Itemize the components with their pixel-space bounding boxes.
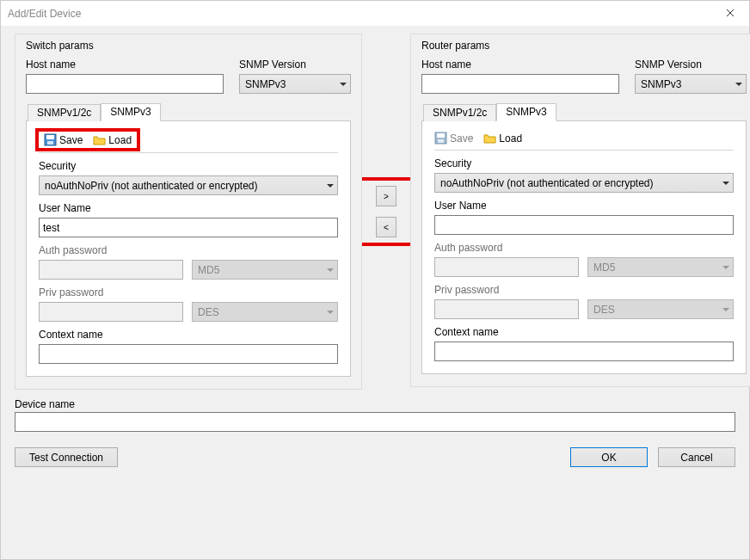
switch-tab-v3[interactable]: SNMPv3 — [101, 103, 160, 121]
chevron-down-icon — [722, 266, 729, 269]
router-tab-v12c[interactable]: SNMPv1/2c — [423, 104, 496, 121]
switch-security-label: Security — [39, 160, 338, 172]
router-context-input[interactable] — [434, 342, 734, 361]
folder-icon — [483, 132, 496, 145]
switch-privalgo-select: DES — [192, 302, 338, 322]
switch-username-input[interactable] — [39, 218, 338, 237]
switch-snmpver-select[interactable]: SNMPv3 — [239, 74, 351, 94]
switch-privpw-label: Priv password — [39, 286, 338, 298]
switch-context-label: Context name — [39, 329, 338, 341]
switch-legend: Switch params — [26, 40, 351, 52]
chevron-down-icon — [722, 308, 729, 311]
router-authalgo-select: MD5 — [587, 257, 734, 277]
router-snmpver-value: SNMPv3 — [641, 78, 681, 90]
svg-rect-2 — [47, 141, 53, 145]
test-connection-button[interactable]: Test Connection — [15, 447, 118, 467]
switch-snmpver-label: SNMP Version — [239, 58, 351, 71]
router-privpw-label: Priv password — [434, 284, 734, 296]
switch-authalgo-value: MD5 — [198, 264, 219, 276]
device-name-input[interactable] — [15, 412, 735, 432]
switch-security-select[interactable]: noAuthNoPriv (not authenticated or encry… — [39, 175, 338, 195]
switch-context-input[interactable] — [39, 344, 338, 364]
router-load-button[interactable]: Load — [483, 132, 522, 145]
router-v3-tabpage: Save Load Security — [421, 120, 747, 374]
router-save-label: Save — [450, 132, 473, 145]
switch-authpw-input — [39, 260, 183, 280]
router-authpw-label: Auth password — [434, 242, 734, 254]
save-icon — [44, 133, 57, 146]
switch-host-label: Host name — [26, 58, 224, 71]
folder-icon — [93, 133, 106, 146]
router-context-label: Context name — [434, 326, 734, 338]
titlebar: Add/Edit Device — [1, 1, 749, 27]
router-security-label: Security — [434, 157, 734, 169]
router-privalgo-select: DES — [587, 299, 734, 319]
switch-username-label: User Name — [39, 202, 338, 214]
switch-save-button[interactable]: Save — [44, 133, 83, 146]
dialog-window: Add/Edit Device Switch params Host name — [0, 0, 750, 560]
router-security-select[interactable]: noAuthNoPriv (not authenticated or encry… — [434, 173, 734, 193]
chevron-down-icon — [327, 311, 334, 314]
switch-toolbar-highlight: Save Load — [39, 132, 137, 148]
router-privpw-input — [434, 299, 579, 319]
copy-arrows-highlight: > < — [362, 181, 410, 243]
router-snmpver-select[interactable]: SNMPv3 — [635, 74, 747, 94]
router-legend: Router params — [421, 40, 747, 52]
router-authalgo-value: MD5 — [593, 262, 615, 274]
router-load-label: Load — [499, 132, 522, 145]
svg-rect-5 — [438, 139, 444, 143]
svg-rect-4 — [437, 133, 445, 138]
close-button[interactable] — [710, 1, 749, 26]
switch-v3-tabpage: Save Load — [26, 120, 351, 377]
arrow-left-icon: < — [384, 223, 389, 232]
router-tab-v3[interactable]: SNMPv3 — [496, 103, 556, 121]
arrow-right-icon: > — [384, 192, 389, 201]
device-name-label: Device name — [15, 398, 735, 410]
router-authpw-input — [434, 257, 579, 277]
router-privalgo-value: DES — [593, 304, 615, 316]
save-icon — [434, 132, 447, 145]
router-params-group: Router params Host name SNMP Version SNM… — [410, 34, 750, 387]
router-host-input[interactable] — [421, 74, 619, 94]
switch-authalgo-select: MD5 — [192, 260, 338, 280]
chevron-down-icon — [735, 83, 742, 86]
ok-button[interactable]: OK — [570, 447, 648, 467]
switch-load-label: Load — [108, 134, 132, 146]
router-host-label: Host name — [421, 58, 619, 71]
router-username-input[interactable] — [434, 215, 734, 235]
switch-privpw-input — [39, 302, 183, 322]
window-title: Add/Edit Device — [8, 8, 710, 20]
switch-privalgo-value: DES — [198, 306, 219, 318]
chevron-down-icon — [340, 83, 347, 86]
chevron-down-icon — [327, 184, 334, 188]
switch-params-group: Switch params Host name SNMP Version SNM… — [15, 34, 362, 390]
switch-host-input[interactable] — [26, 74, 224, 94]
copy-right-button[interactable]: > — [376, 186, 397, 206]
router-username-label: User Name — [434, 200, 734, 212]
switch-authpw-label: Auth password — [39, 244, 338, 256]
router-security-value: noAuthNoPriv (not authenticated or encry… — [440, 177, 653, 189]
switch-save-label: Save — [59, 134, 83, 146]
chevron-down-icon — [722, 182, 729, 185]
copy-left-button[interactable]: < — [376, 217, 397, 237]
close-icon — [726, 8, 735, 20]
switch-tab-v12c[interactable]: SNMPv1/2c — [28, 104, 101, 121]
switch-security-value: noAuthNoPriv (not authenticated or encry… — [45, 180, 257, 192]
cancel-button[interactable]: Cancel — [658, 447, 735, 467]
switch-snmpver-value: SNMPv3 — [245, 78, 286, 90]
router-save-button[interactable]: Save — [434, 132, 473, 145]
switch-load-button[interactable]: Load — [93, 133, 132, 146]
svg-rect-1 — [46, 135, 54, 139]
chevron-down-icon — [327, 268, 334, 272]
router-snmpver-label: SNMP Version — [635, 58, 747, 71]
